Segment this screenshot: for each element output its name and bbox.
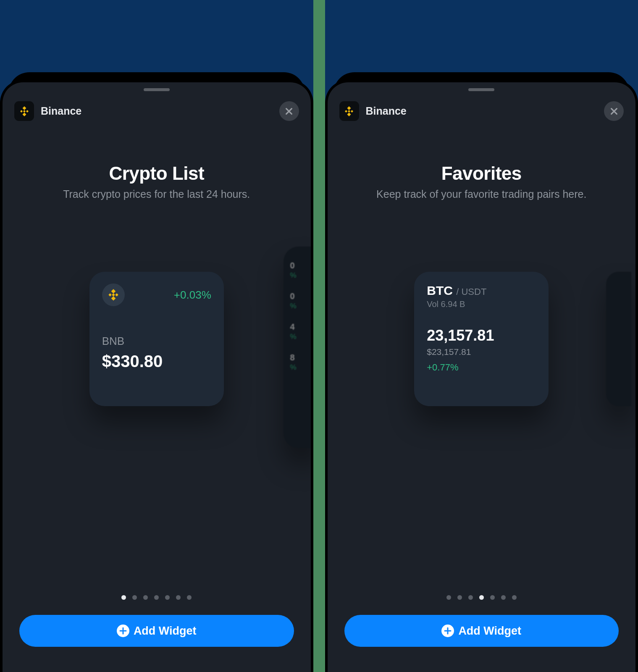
- page-indicator: [3, 595, 311, 600]
- binance-app-icon: [14, 101, 34, 121]
- page-dot[interactable]: [187, 595, 192, 600]
- binance-app-icon: [339, 101, 359, 121]
- close-button[interactable]: [604, 101, 624, 121]
- pair-volume: Vol 6.94 B: [427, 299, 536, 309]
- page-dot[interactable]: [154, 595, 159, 600]
- widget-preview-carousel[interactable]: +0.03% BNB $330.80 0% 0% 4% 8%: [15, 272, 298, 482]
- page-dot[interactable]: [446, 595, 451, 600]
- plus-icon: [117, 625, 129, 637]
- bnb-icon: [102, 284, 125, 306]
- widget-type-title: Crypto List: [15, 163, 298, 184]
- widget-type-subtitle: Track crypto prices for the last 24 hour…: [15, 188, 298, 200]
- page-dot[interactable]: [468, 595, 473, 600]
- close-icon: [284, 107, 294, 116]
- peek-pct: %: [290, 363, 297, 372]
- phone-left: Binance Crypto List Track crypto prices …: [0, 0, 313, 672]
- crypto-list-widget-preview: +0.03% BNB $330.80: [89, 272, 224, 406]
- plus-icon: [441, 625, 454, 637]
- sheet-grabber[interactable]: [468, 88, 494, 91]
- close-button[interactable]: [279, 101, 299, 121]
- sheet-grabber[interactable]: [144, 88, 170, 91]
- add-widget-label: Add Widget: [458, 625, 521, 638]
- peek-value: 8: [290, 353, 295, 362]
- page-dot[interactable]: [479, 595, 484, 600]
- page-dot[interactable]: [143, 595, 148, 600]
- peek-value: 0: [290, 261, 295, 270]
- pair-base: BTC: [427, 284, 453, 297]
- peek-pct: %: [290, 302, 297, 310]
- page-dot[interactable]: [165, 595, 170, 600]
- peek-pct: %: [290, 333, 297, 341]
- widget-preview-carousel[interactable]: BTC / USDT Vol 6.94 B 23,157.81 $23,157.…: [340, 272, 623, 482]
- add-widget-button[interactable]: Add Widget: [19, 615, 294, 647]
- page-dot[interactable]: [457, 595, 462, 600]
- app-name-label: Binance: [366, 105, 604, 117]
- page-dot[interactable]: [121, 595, 126, 600]
- peek-value: 4: [290, 322, 295, 332]
- peek-pct: %: [290, 271, 297, 280]
- pair-price: 23,157.81: [427, 327, 536, 344]
- widget-gallery-sheet: Binance Favorites Keep track of your fav…: [325, 80, 638, 672]
- page-dot[interactable]: [501, 595, 506, 600]
- next-widget-peek: [606, 272, 631, 406]
- close-icon: [609, 107, 619, 116]
- coin-symbol: BNB: [102, 335, 211, 348]
- favorites-widget-preview: BTC / USDT Vol 6.94 B 23,157.81 $23,157.…: [414, 272, 549, 406]
- page-dot[interactable]: [512, 595, 517, 600]
- widget-type-subtitle: Keep track of your favorite trading pair…: [340, 188, 623, 200]
- page-dot[interactable]: [490, 595, 495, 600]
- app-name-label: Binance: [41, 105, 279, 117]
- page-dot[interactable]: [176, 595, 181, 600]
- pair-quote: / USDT: [456, 286, 486, 297]
- peek-value: 0: [290, 291, 295, 301]
- page-dot[interactable]: [132, 595, 137, 600]
- widget-gallery-sheet: Binance Crypto List Track crypto prices …: [0, 80, 313, 672]
- pair-price-usd: $23,157.81: [427, 347, 536, 357]
- add-widget-label: Add Widget: [134, 625, 197, 638]
- page-indicator: [328, 595, 636, 600]
- next-widget-peek: 0% 0% 4% 8%: [284, 247, 313, 448]
- coin-price: $330.80: [102, 352, 211, 371]
- phone-right: Binance Favorites Keep track of your fav…: [325, 0, 638, 672]
- widget-type-title: Favorites: [340, 163, 623, 184]
- add-widget-button[interactable]: Add Widget: [344, 615, 619, 647]
- pair-change: +0.77%: [427, 362, 536, 373]
- price-change: +0.03%: [174, 289, 211, 302]
